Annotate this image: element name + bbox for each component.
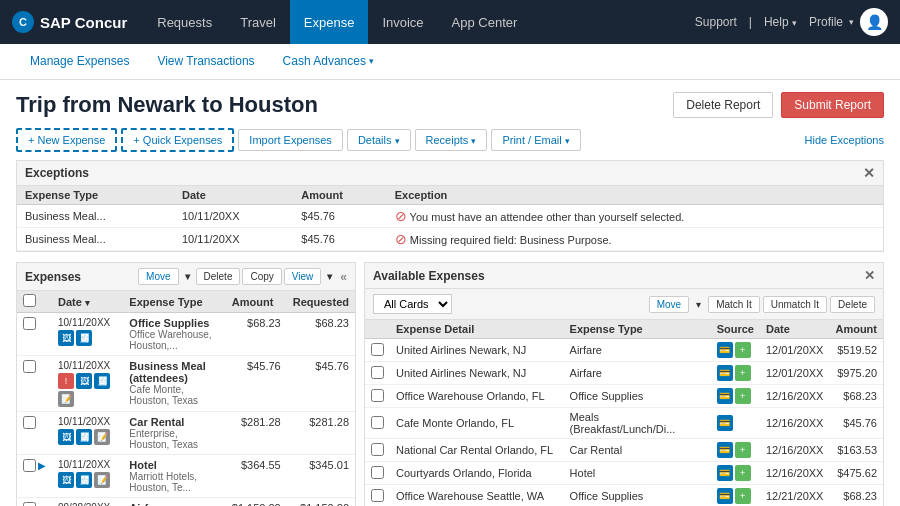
avail-row-checkbox[interactable]	[371, 489, 384, 502]
collapse-panel-icon[interactable]: «	[340, 270, 347, 284]
help-dropdown[interactable]: Help ▾	[764, 15, 797, 29]
move-dropdown-arrow[interactable]: ▾	[181, 269, 194, 284]
available-panel-close[interactable]: ✕	[864, 268, 875, 283]
card-icon[interactable]: 💳	[717, 415, 733, 431]
avail-detail: Office Warehouse Seattle, WA	[390, 485, 564, 507]
avail-col-date: Date	[760, 320, 830, 339]
details-button[interactable]: Details ▾	[347, 129, 411, 151]
card-icon[interactable]: 💳	[717, 365, 733, 381]
note-icon[interactable]: 📝	[94, 472, 110, 488]
expense-row[interactable]: 10/11/20XX 🖼 🧾 Office Supplies Office Wa…	[17, 313, 355, 356]
support-link[interactable]: Support	[695, 15, 737, 29]
add-icon[interactable]: +	[735, 388, 751, 404]
select-all-checkbox[interactable]	[23, 294, 36, 307]
avail-move-button[interactable]: Move	[649, 296, 689, 313]
avail-row-checkbox[interactable]	[371, 343, 384, 356]
note-icon[interactable]: 📝	[94, 429, 110, 445]
avail-row-checkbox[interactable]	[371, 416, 384, 429]
add-icon[interactable]: +	[735, 442, 751, 458]
row-checkbox[interactable]	[23, 502, 36, 506]
nav-expense[interactable]: Expense	[290, 0, 369, 44]
copy-button[interactable]: Copy	[242, 268, 281, 285]
card-filter-select[interactable]: All Cards	[373, 294, 452, 314]
subnav-manage-expenses[interactable]: Manage Expenses	[16, 44, 143, 80]
image-icon[interactable]: 🖼	[58, 330, 74, 346]
add-icon[interactable]: +	[735, 465, 751, 481]
add-icon[interactable]: +	[735, 365, 751, 381]
row-checkbox[interactable]	[23, 416, 36, 429]
available-row[interactable]: Office Warehouse Orlando, FLOffice Suppl…	[365, 385, 883, 408]
card-icon[interactable]: 💳	[717, 488, 733, 504]
nav-invoice[interactable]: Invoice	[368, 0, 437, 44]
exceptions-close-button[interactable]: ✕	[863, 165, 875, 181]
delete-report-button[interactable]: Delete Report	[673, 92, 773, 118]
avail-row-checkbox[interactable]	[371, 389, 384, 402]
avail-row-checkbox[interactable]	[371, 466, 384, 479]
image-icon[interactable]: 🖼	[58, 429, 74, 445]
card-icon[interactable]: 💳	[717, 465, 733, 481]
available-row[interactable]: United Airlines Newark, NJAirfare💳+12/01…	[365, 362, 883, 385]
receipts-button[interactable]: Receipts ▾	[415, 129, 488, 151]
card-icon[interactable]: 💳	[717, 388, 733, 404]
avail-amount: $68.23	[829, 485, 883, 507]
avail-type: Car Rental	[564, 439, 711, 462]
nav-requests[interactable]: Requests	[143, 0, 226, 44]
image-icon[interactable]: 🖼	[58, 472, 74, 488]
expense-requested: $45.76	[287, 356, 355, 412]
expense-row[interactable]: 10/11/20XX 🖼 🧾 📝 Car Rental Enterprise, …	[17, 412, 355, 455]
add-icon[interactable]: +	[735, 342, 751, 358]
nav-travel[interactable]: Travel	[226, 0, 290, 44]
import-expenses-button[interactable]: Import Expenses	[238, 129, 343, 151]
exc-col-exception: Exception	[387, 186, 883, 205]
nav-app-center[interactable]: App Center	[438, 0, 532, 44]
card-icon[interactable]: 💳	[717, 442, 733, 458]
print-email-button[interactable]: Print / Email ▾	[491, 129, 580, 151]
row-checkbox[interactable]	[23, 317, 36, 330]
subnav-cash-advances[interactable]: Cash Advances ▾	[269, 44, 388, 80]
view-button[interactable]: View	[284, 268, 322, 285]
expense-type: Business Meal (attendees)	[129, 360, 219, 384]
available-row[interactable]: United Airlines Newark, NJAirfare💳+12/01…	[365, 339, 883, 362]
receipt-icon[interactable]: 🧾	[94, 373, 110, 389]
error-icon[interactable]: !	[58, 373, 74, 389]
receipts-chevron: ▾	[471, 136, 476, 146]
available-row[interactable]: National Car Rental Orlando, FLCar Renta…	[365, 439, 883, 462]
subnav-view-transactions[interactable]: View Transactions	[143, 44, 268, 80]
add-icon[interactable]: +	[735, 488, 751, 504]
receipt-icon[interactable]: 🧾	[76, 330, 92, 346]
expense-row[interactable]: 10/11/20XX ! 🖼 🧾 📝 Business Meal (attend…	[17, 356, 355, 412]
avail-row-checkbox[interactable]	[371, 366, 384, 379]
expand-row-icon[interactable]: ▶	[38, 460, 46, 471]
avail-delete-button[interactable]: Delete	[830, 296, 875, 313]
avail-unmatch-button[interactable]: Unmatch It	[763, 296, 827, 313]
available-row[interactable]: Cafe Monte Orlando, FLMeals (Breakfast/L…	[365, 408, 883, 439]
expense-row[interactable]: ▶ 10/11/20XX 🖼 🧾 📝 Hotel	[17, 455, 355, 498]
expense-row[interactable]: 09/28/20XX 🖼 🧾 Airfare United Airlines, …	[17, 498, 355, 507]
profile-dropdown[interactable]: Profile ▾ 👤	[809, 8, 888, 36]
note-icon[interactable]: 📝	[58, 391, 74, 407]
avail-amount: $975.20	[829, 362, 883, 385]
move-button[interactable]: Move	[138, 268, 178, 285]
receipt-icon[interactable]: 🧾	[76, 472, 92, 488]
date-sort-icon[interactable]: ▾	[85, 298, 90, 308]
available-row[interactable]: Office Warehouse Seattle, WAOffice Suppl…	[365, 485, 883, 507]
image-icon[interactable]: 🖼	[76, 373, 92, 389]
sub-navigation: Manage Expenses View Transactions Cash A…	[0, 44, 900, 80]
row-checkbox[interactable]	[23, 459, 36, 472]
avatar: 👤	[860, 8, 888, 36]
row-checkbox[interactable]	[23, 360, 36, 373]
avail-match-button[interactable]: Match It	[708, 296, 760, 313]
avail-row-checkbox[interactable]	[371, 443, 384, 456]
available-row[interactable]: Courtyards Orlando, FloridaHotel💳+12/16/…	[365, 462, 883, 485]
submit-report-button[interactable]: Submit Report	[781, 92, 884, 118]
hide-exceptions-button[interactable]: Hide Exceptions	[805, 134, 885, 146]
avail-move-arrow[interactable]: ▾	[692, 297, 705, 312]
exc-message: ⊘ You must have an attendee other than y…	[387, 205, 883, 228]
quick-expenses-button[interactable]: + Quick Expenses	[121, 128, 234, 152]
card-icon[interactable]: 💳	[717, 342, 733, 358]
exceptions-header: Exceptions ✕	[17, 161, 883, 186]
receipt-icon[interactable]: 🧾	[76, 429, 92, 445]
delete-expense-button[interactable]: Delete	[196, 268, 241, 285]
new-expense-button[interactable]: + New Expense	[16, 128, 117, 152]
view-dropdown-arrow[interactable]: ▾	[323, 269, 336, 284]
